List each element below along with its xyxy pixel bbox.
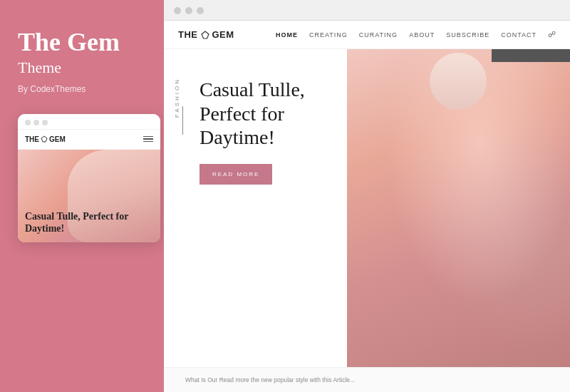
- read-more-button[interactable]: READ MORE: [200, 164, 272, 185]
- search-icon[interactable]: ☍: [548, 30, 556, 39]
- top-bar-overlay: [492, 49, 570, 62]
- fashion-divider: [182, 106, 183, 135]
- browser-chrome: [164, 0, 570, 21]
- svg-marker-1: [202, 31, 209, 38]
- browser-dot-3: [197, 7, 204, 14]
- left-panel: The Gem Theme By CodexThemes THE GEM: [0, 0, 164, 392]
- fashion-label: FASHION: [174, 78, 180, 118]
- desktop-bottom: What Is Our Read more the new popular st…: [164, 367, 570, 392]
- bottom-text: What Is Our Read more the new popular st…: [185, 376, 355, 383]
- nav-about[interactable]: ABOUT: [409, 31, 435, 38]
- desktop-hero: FASHION Casual Tulle, Perfect for Daytim…: [164, 49, 570, 367]
- desktop-gem-icon: [201, 31, 209, 39]
- nav-links: HOME CREATING CURATING ABOUT SUBSCRIBE C…: [276, 30, 556, 39]
- mobile-logo-text: THE: [25, 135, 39, 143]
- theme-subtitle: Theme: [18, 58, 150, 77]
- desktop-preview: THE GEM HOME CREATING CURATING ABOUT SUB…: [164, 21, 570, 392]
- nav-curating[interactable]: CURATING: [359, 31, 398, 38]
- nav-home[interactable]: HOME: [276, 31, 298, 38]
- mobile-dot-1: [25, 120, 31, 125]
- mobile-hero-image: Casual Tulle, Perfect for Daytime!: [18, 150, 160, 242]
- theme-author: By CodexThemes: [18, 84, 150, 94]
- mobile-preview-card: THE GEM Casual Tulle, Perfect for Daytim…: [18, 114, 160, 242]
- nav-contact[interactable]: CONTACT: [501, 31, 537, 38]
- browser-dot-2: [185, 7, 192, 14]
- desktop-logo-gem: GEM: [212, 29, 234, 40]
- desktop-logo: THE GEM: [178, 29, 234, 40]
- nav-creating[interactable]: CREATING: [309, 31, 348, 38]
- hero-headline: Casual Tulle, Perfect for Daytime!: [200, 78, 333, 150]
- desktop-logo-the: THE: [178, 29, 198, 40]
- svg-marker-0: [41, 136, 47, 142]
- mobile-hero-headline: Casual Tulle, Perfect for Daytime!: [25, 211, 160, 235]
- person-silhouette: [415, 49, 501, 367]
- mobile-nav: THE GEM: [18, 130, 160, 150]
- gem-icon: [41, 135, 48, 143]
- mobile-dot-2: [33, 120, 39, 125]
- mobile-titlebar: [18, 114, 160, 130]
- mobile-logo: THE GEM: [25, 135, 66, 143]
- hero-left: FASHION Casual Tulle, Perfect for Daytim…: [164, 49, 347, 367]
- theme-title: The Gem: [18, 29, 150, 57]
- mobile-dot-3: [42, 120, 48, 125]
- desktop-nav: THE GEM HOME CREATING CURATING ABOUT SUB…: [164, 21, 570, 49]
- hamburger-icon[interactable]: [143, 136, 153, 143]
- nav-subscribe[interactable]: SUBSCRIBE: [446, 31, 489, 38]
- hero-image: [347, 49, 571, 367]
- mobile-logo-gem: GEM: [49, 135, 66, 143]
- right-panel: THE GEM HOME CREATING CURATING ABOUT SUB…: [164, 0, 570, 392]
- browser-dot-1: [174, 7, 181, 14]
